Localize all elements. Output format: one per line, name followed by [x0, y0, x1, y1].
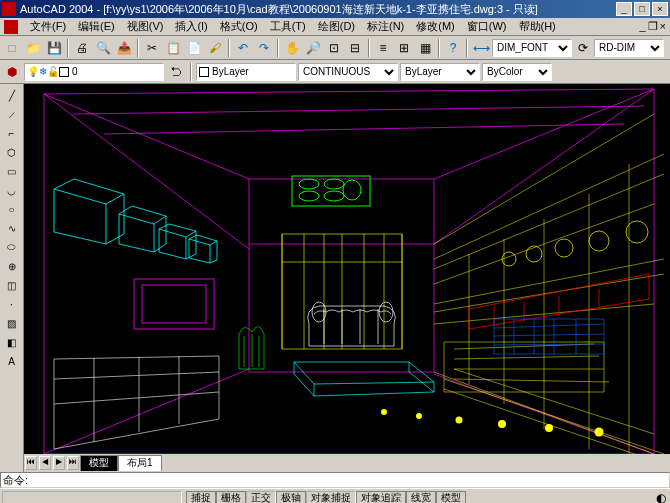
zoom-prev-icon[interactable]: ⊟ — [345, 38, 365, 58]
doc-restore-button[interactable]: ❐ — [648, 20, 658, 33]
rddim-select[interactable]: RD-DIM — [594, 39, 664, 57]
maximize-button[interactable]: □ — [634, 2, 650, 16]
layer-manager-icon[interactable]: ⬢ — [2, 62, 22, 82]
dim-update-icon[interactable]: ⟳ — [573, 38, 593, 58]
undo-icon[interactable]: ↶ — [233, 38, 253, 58]
svg-line-26 — [314, 392, 434, 396]
svg-rect-3 — [134, 279, 214, 329]
command-line[interactable]: 命令: — [0, 472, 670, 488]
tab-model[interactable]: 模型 — [80, 455, 118, 471]
tab-prev-icon[interactable]: ◀ — [39, 456, 51, 470]
zoom-icon[interactable]: 🔎 — [303, 38, 323, 58]
pan-icon[interactable]: ✋ — [282, 38, 302, 58]
block-icon[interactable]: ◫ — [2, 276, 22, 294]
match-icon[interactable]: 🖌 — [205, 38, 225, 58]
open-icon[interactable]: 📁 — [23, 38, 43, 58]
status-otrack[interactable]: 对象追踪 — [356, 491, 406, 504]
svg-point-9 — [324, 191, 344, 201]
command-prompt: 命令: — [3, 473, 28, 488]
dimstyle-select[interactable]: DIM_FONT — [492, 39, 572, 57]
model-viewport[interactable]: Z ⏮ ◀ ▶ ⏭ 模型 布局1 — [24, 84, 670, 472]
polygon-icon[interactable]: ⬡ — [2, 143, 22, 161]
redo-icon[interactable]: ↷ — [254, 38, 274, 58]
rect-icon[interactable]: ▭ — [2, 162, 22, 180]
tab-first-icon[interactable]: ⏮ — [25, 456, 37, 470]
insert-icon[interactable]: ⊕ — [2, 257, 22, 275]
coord-display — [2, 491, 182, 504]
svg-rect-4 — [142, 285, 206, 323]
close-button[interactable]: × — [652, 2, 668, 16]
text-icon[interactable]: A — [2, 352, 22, 370]
svg-point-50 — [555, 239, 573, 257]
svg-line-28 — [434, 174, 664, 269]
lineweight-select[interactable]: ByLayer — [400, 63, 480, 81]
svg-point-52 — [626, 221, 648, 243]
paste-icon[interactable]: 📄 — [184, 38, 204, 58]
copy-icon[interactable]: 📋 — [163, 38, 183, 58]
designcenter-icon[interactable]: ⊞ — [394, 38, 414, 58]
menu-format[interactable]: 格式(O) — [214, 19, 264, 34]
status-polar[interactable]: 极轴 — [276, 491, 306, 504]
menu-insert[interactable]: 插入(I) — [169, 19, 213, 34]
menu-view[interactable]: 视图(V) — [121, 19, 170, 34]
menu-file[interactable]: 文件(F) — [24, 19, 72, 34]
status-osnap[interactable]: 对象捕捉 — [306, 491, 356, 504]
svg-line-43 — [494, 344, 604, 345]
circle-icon[interactable]: ○ — [2, 200, 22, 218]
spline-icon[interactable]: ∿ — [2, 219, 22, 237]
tab-layout1[interactable]: 布局1 — [118, 455, 162, 471]
xline-icon[interactable]: ⟋ — [2, 105, 22, 123]
publish-icon[interactable]: 📤 — [114, 38, 134, 58]
minimize-button[interactable]: _ — [616, 2, 632, 16]
preview-icon[interactable]: 🔍 — [93, 38, 113, 58]
point-icon[interactable]: · — [2, 295, 22, 313]
status-snap[interactable]: 捕捉 — [186, 491, 216, 504]
menu-edit[interactable]: 编辑(E) — [72, 19, 121, 34]
menu-dimension[interactable]: 标注(N) — [361, 19, 410, 34]
layer-select[interactable]: 💡❄🔓 0 — [24, 63, 164, 81]
layer-prev-icon[interactable]: ⮌ — [166, 62, 186, 82]
help-icon[interactable]: ? — [443, 38, 463, 58]
doc-minimize-button[interactable]: _ — [639, 20, 645, 33]
linetype-select[interactable]: CONTINUOUS — [298, 63, 398, 81]
color-select[interactable]: ByLayer — [196, 63, 296, 81]
print-icon[interactable]: 🖨 — [72, 38, 92, 58]
menu-modify[interactable]: 修改(M) — [410, 19, 461, 34]
svg-line-41 — [494, 324, 604, 328]
region-icon[interactable]: ◧ — [2, 333, 22, 351]
new-icon[interactable]: □ — [2, 38, 22, 58]
svg-point-10 — [343, 180, 361, 200]
plotcolor-select[interactable]: ByColor — [482, 63, 552, 81]
menu-help[interactable]: 帮助(H) — [513, 19, 562, 34]
pline-icon[interactable]: ⌐ — [2, 124, 22, 142]
window-title: AutoCAD 2004 - [f:\yy\ys1\2006年\2006年10月… — [20, 2, 616, 17]
svg-line-35 — [454, 379, 609, 382]
status-lwt[interactable]: 线宽 — [406, 491, 436, 504]
menu-window[interactable]: 窗口(W) — [461, 19, 513, 34]
svg-rect-40 — [494, 319, 604, 354]
dim-icon[interactable]: ⟷ — [471, 38, 491, 58]
menu-draw[interactable]: 绘图(D) — [312, 19, 361, 34]
line-icon[interactable]: ╱ — [2, 86, 22, 104]
doc-close-button[interactable]: × — [660, 20, 666, 33]
tab-next-icon[interactable]: ▶ — [53, 456, 65, 470]
svg-point-51 — [589, 231, 609, 251]
menu-tools[interactable]: 工具(T) — [264, 19, 312, 34]
properties-icon[interactable]: ≡ — [373, 38, 393, 58]
tab-last-icon[interactable]: ⏭ — [67, 456, 79, 470]
hatch-icon[interactable]: ▨ — [2, 314, 22, 332]
save-icon[interactable]: 💾 — [44, 38, 64, 58]
arc-icon[interactable]: ◡ — [2, 181, 22, 199]
ellipse-icon[interactable]: ⬭ — [2, 238, 22, 256]
status-grid[interactable]: 栅格 — [216, 491, 246, 504]
status-model[interactable]: 模型 — [436, 491, 466, 504]
toolpalette-icon[interactable]: ▦ — [415, 38, 435, 58]
zoom-window-icon[interactable]: ⊡ — [324, 38, 344, 58]
svg-line-60 — [54, 392, 219, 404]
svg-point-8 — [299, 191, 319, 201]
app-icon — [2, 2, 16, 16]
status-ortho[interactable]: 正交 — [246, 491, 276, 504]
status-tray-icon[interactable]: ◐ — [654, 491, 668, 504]
svg-line-42 — [494, 334, 604, 336]
cut-icon[interactable]: ✂ — [142, 38, 162, 58]
